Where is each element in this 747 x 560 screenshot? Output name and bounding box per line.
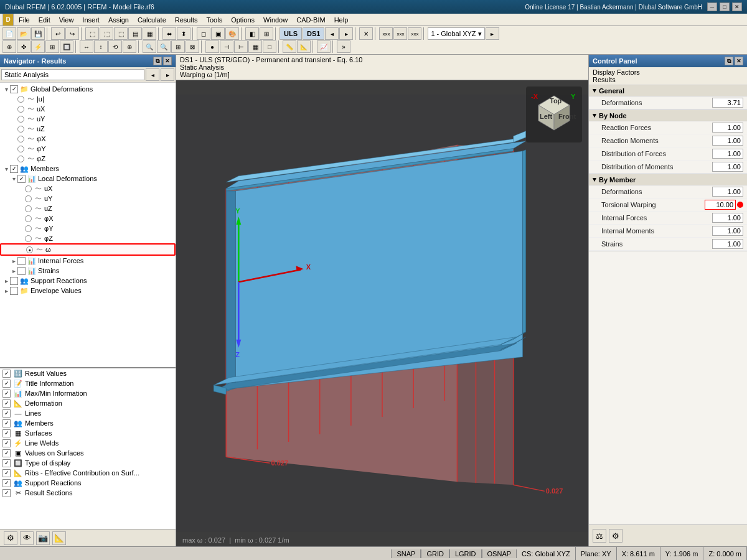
tb-r12[interactable]: ⊞ <box>171 40 185 53</box>
tb-measure1[interactable]: 📏 <box>283 40 296 53</box>
ctrl-def-member-value[interactable]: 1.00 <box>712 187 743 197</box>
tree-uz[interactable]: 〜 uZ <box>0 124 176 134</box>
chk-lines-box[interactable] <box>2 409 11 418</box>
menu-results[interactable]: Results <box>171 15 202 25</box>
tree-envelope[interactable]: ▸ 📁 Envelope Values <box>0 286 176 296</box>
tb-r3[interactable]: ⚡ <box>31 40 45 53</box>
expand-global-def[interactable]: ▾ <box>2 85 10 93</box>
chk-result-values-box[interactable] <box>2 370 11 378</box>
tree-strains[interactable]: ▸ 📊 Strains <box>0 266 176 276</box>
tb-volume[interactable]: □ <box>263 40 276 53</box>
tb-view2[interactable]: ⊞ <box>260 27 273 40</box>
menu-file[interactable]: File <box>15 15 34 25</box>
tb-redo[interactable]: ↪ <box>65 27 79 40</box>
tb-r5[interactable]: 🔲 <box>60 40 73 53</box>
menu-insert[interactable]: Insert <box>78 15 103 25</box>
chk-surfaces-box[interactable] <box>2 429 11 437</box>
chk-ribs[interactable]: 📐 Ribs - Effective Contribution on Surf.… <box>0 468 176 478</box>
chk-members-box[interactable] <box>2 419 11 427</box>
tree-ux[interactable]: 〜 uX <box>0 104 176 114</box>
chk-type-display-box[interactable] <box>2 459 11 467</box>
radio-uz[interactable] <box>17 126 24 133</box>
chk-members-check[interactable]: 👥 Members <box>0 418 176 428</box>
tb-member[interactable]: ⊢ <box>234 40 248 53</box>
ctrl-scale-btn[interactable]: ⚖ <box>593 529 606 543</box>
tb-node[interactable]: ● <box>205 40 219 53</box>
check-members[interactable] <box>10 165 18 173</box>
tree-local-phiy[interactable]: 〜 φY <box>0 223 176 233</box>
check-local-def[interactable] <box>17 175 26 183</box>
menu-options[interactable]: Options <box>227 15 258 25</box>
radio-local-phiz[interactable] <box>25 235 32 242</box>
tb-render[interactable]: ◻ <box>197 27 210 40</box>
tree-uy[interactable]: 〜 uY <box>0 114 176 124</box>
tb-r9[interactable]: ⊕ <box>123 40 136 53</box>
menu-cadbim[interactable]: CAD-BIM <box>293 15 329 25</box>
tb-wire[interactable]: ▣ <box>211 27 225 40</box>
chk-maxmin-info[interactable]: 📊 Max/Min Information <box>0 388 176 398</box>
tb-r11[interactable]: 🔍 <box>157 40 171 53</box>
tb-more[interactable]: » <box>337 40 350 53</box>
tb-cross[interactable]: ✕ <box>359 27 373 40</box>
tb-x3[interactable]: xxx <box>408 27 421 40</box>
tb-r10[interactable]: 🔍 <box>143 40 156 53</box>
chk-type-display[interactable]: 🔲 Type of display <box>0 458 176 468</box>
check-global-def[interactable] <box>10 85 18 93</box>
tb-nav-prev[interactable]: ◂ <box>325 27 339 40</box>
tb-btn5[interactable]: ⬚ <box>114 27 128 40</box>
view-combo[interactable]: 1 - Global XYZ ▾ <box>428 27 484 40</box>
tree-internal-forces[interactable]: ▸ 📊 Internal Forces <box>0 256 176 266</box>
tree-local-phiz[interactable]: 〜 φZ <box>0 233 176 243</box>
tb-view1[interactable]: ◧ <box>245 27 259 40</box>
radio-local-phix[interactable] <box>25 215 32 222</box>
bi-settings[interactable]: ⚙ <box>4 531 17 545</box>
chk-result-values[interactable]: 🔢 Result Values <box>0 368 176 378</box>
menu-edit[interactable]: Edit <box>35 15 54 25</box>
ctrl-settings-btn[interactable]: ⚙ <box>609 529 622 543</box>
menu-window[interactable]: Window <box>260 15 291 25</box>
chk-line-welds[interactable]: ⚡ Line Welds <box>0 438 176 448</box>
app-icon[interactable]: D <box>2 14 14 26</box>
tb-new[interactable]: 📄 <box>2 27 16 40</box>
tb-nav-next[interactable]: ▸ <box>339 27 353 40</box>
check-internal[interactable] <box>17 257 26 265</box>
tb-btn7[interactable]: ▦ <box>143 27 156 40</box>
viewport-3d[interactable]: Y X Z 0.027 0.027 <box>176 80 588 546</box>
expand-members[interactable]: ▾ <box>2 165 10 172</box>
tree-local-ux[interactable]: 〜 uX <box>0 184 176 194</box>
nav-float-btn[interactable]: ⧉ <box>153 57 162 65</box>
grid-btn[interactable]: GRID <box>421 549 449 558</box>
radio-local-ux[interactable] <box>25 185 32 192</box>
expand-envelope[interactable]: ▸ <box>2 287 10 294</box>
ctrl-deformations-value[interactable]: 3.71 <box>712 98 743 108</box>
tree-abs-u[interactable]: 〜 |u| <box>0 94 176 104</box>
tb-x2[interactable]: xxx <box>393 27 407 40</box>
tree-local-uz[interactable]: 〜 uZ <box>0 203 176 213</box>
tb-uls-button[interactable]: ULS <box>280 27 302 40</box>
check-envelope[interactable] <box>10 287 18 295</box>
tree-members[interactable]: ▾ 👥 Members <box>0 164 176 174</box>
ctrl-dist-moments-value[interactable]: 1.00 <box>712 162 743 172</box>
menu-calculate[interactable]: Calculate <box>134 15 170 25</box>
tb-measure2[interactable]: 📐 <box>297 40 311 53</box>
tb-open[interactable]: 📂 <box>17 27 31 40</box>
radio-local-uy[interactable] <box>25 195 32 202</box>
menu-tools[interactable]: Tools <box>202 15 226 25</box>
tree-local-uy[interactable]: 〜 uY <box>0 194 176 203</box>
maximize-button[interactable]: □ <box>720 2 730 11</box>
chk-values-surfaces[interactable]: ▣ Values on Surfaces <box>0 448 176 458</box>
chk-title-info-box[interactable] <box>2 380 11 388</box>
tb-surface[interactable]: ▦ <box>248 40 262 53</box>
chk-lines[interactable]: — Lines <box>0 408 176 418</box>
radio-ux[interactable] <box>17 106 24 113</box>
chk-ribs-box[interactable] <box>2 469 11 477</box>
tb-btn6[interactable]: ▤ <box>128 27 142 40</box>
tree-support-reactions[interactable]: ▸ 👥 Support Reactions <box>0 276 176 286</box>
tb-r7[interactable]: ↕ <box>94 40 108 53</box>
menu-view[interactable]: View <box>55 15 78 25</box>
bi-ruler[interactable]: 📐 <box>52 531 66 545</box>
check-support[interactable] <box>10 277 18 285</box>
chk-support-reactions-check[interactable]: 👥 Support Reactions <box>0 478 176 488</box>
tb-undo[interactable]: ↩ <box>51 27 65 40</box>
expand-support[interactable]: ▸ <box>2 277 10 284</box>
